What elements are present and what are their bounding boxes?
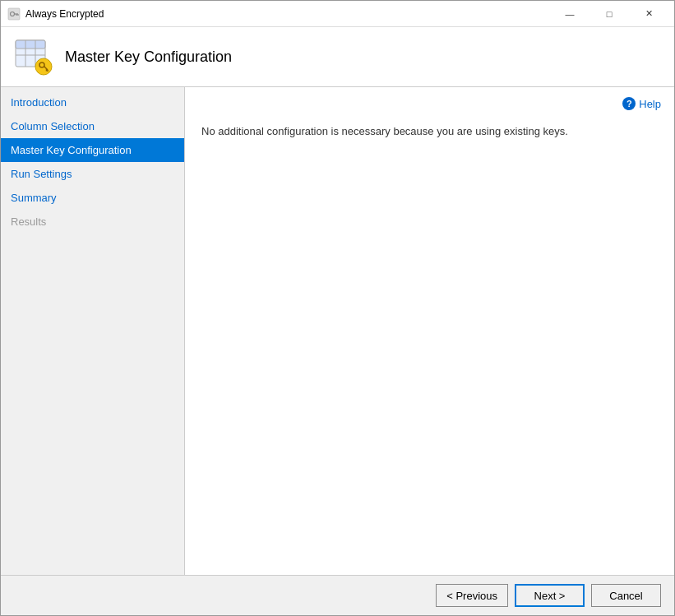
- window: Always Encrypted — □ ✕ Master Key Config…: [0, 0, 675, 616]
- sidebar-item-column-selection-label: Column Selection: [11, 120, 95, 132]
- sidebar-item-results-label: Results: [11, 215, 46, 228]
- sidebar-item-master-key-configuration-label: Master Key Configuration: [11, 144, 132, 156]
- next-button[interactable]: Next >: [515, 584, 585, 607]
- sidebar: Introduction Column Selection Master Key…: [1, 87, 185, 575]
- sidebar-item-introduction[interactable]: Introduction: [1, 90, 184, 114]
- minimize-button[interactable]: —: [551, 2, 589, 25]
- app-icon: [7, 7, 21, 21]
- help-link[interactable]: ? Help: [622, 97, 661, 110]
- main-content: ? Help No additional configuration is ne…: [185, 87, 674, 575]
- previous-button[interactable]: < Previous: [436, 584, 508, 607]
- sidebar-item-summary-label: Summary: [11, 192, 57, 204]
- sidebar-item-master-key-configuration: Master Key Configuration: [1, 138, 184, 162]
- sidebar-item-run-settings[interactable]: Run Settings: [1, 162, 184, 186]
- sidebar-item-results: Results: [1, 210, 184, 234]
- sidebar-item-introduction-label: Introduction: [11, 96, 67, 109]
- header-title: Master Key Configuration: [65, 49, 232, 66]
- body: Introduction Column Selection Master Key…: [1, 87, 674, 575]
- title-bar-left: Always Encrypted: [7, 7, 104, 21]
- title-bar-title: Always Encrypted: [25, 8, 104, 20]
- header-icon: [14, 37, 53, 76]
- content-message: No additional configuration is necessary…: [201, 125, 658, 137]
- sidebar-item-run-settings-label: Run Settings: [11, 168, 72, 180]
- maximize-button[interactable]: □: [590, 2, 628, 25]
- footer: < Previous Next > Cancel: [1, 575, 674, 615]
- svg-rect-6: [16, 40, 45, 49]
- help-icon: ?: [622, 97, 636, 110]
- header: Master Key Configuration: [1, 27, 674, 87]
- close-button[interactable]: ✕: [630, 2, 668, 25]
- sidebar-item-column-selection[interactable]: Column Selection: [1, 114, 184, 138]
- sidebar-item-summary[interactable]: Summary: [1, 186, 184, 210]
- cancel-button[interactable]: Cancel: [591, 584, 661, 607]
- title-bar-controls: — □ ✕: [551, 2, 668, 25]
- help-label: Help: [639, 98, 661, 110]
- title-bar: Always Encrypted — □ ✕: [1, 1, 674, 27]
